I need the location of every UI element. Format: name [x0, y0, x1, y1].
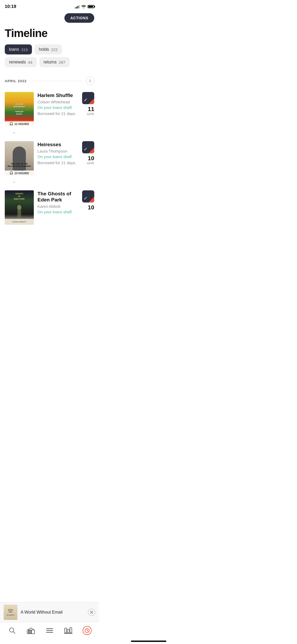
book-info-eden: The Ghosts of Eden Park Karen Abbott On … [37, 190, 78, 216]
book-action-wrap-eden: ✓ 10 [82, 190, 94, 210]
wifi-icon [81, 4, 86, 9]
check-icon: ✓ [84, 97, 88, 103]
book-item-heiresses: THE LIVES OF THEMILLION DOLLAR BABIESHEI… [0, 139, 99, 176]
book-loan-heiresses: Borrowed for 21 days. [37, 160, 78, 165]
actions-button[interactable]: ACTIONS [64, 13, 94, 23]
book-info-harlem: Harlem Shuffle Colson Whitehead On your … [37, 92, 78, 116]
battery-icon [88, 5, 94, 8]
filter-renewals-label: renewals [9, 60, 26, 65]
section-month: APRIL 2022 [5, 79, 27, 83]
filter-loans[interactable]: loans 319 [5, 44, 32, 54]
book-date-harlem: 11 APR [87, 106, 94, 116]
filter-loans-count: 319 [21, 47, 28, 52]
book-action-btn-heiresses[interactable]: ✓ [82, 141, 94, 153]
book-title-heiresses: Heiresses [37, 142, 78, 148]
page-title: Timeline [0, 26, 99, 44]
red-corner-heiresses [88, 148, 94, 153]
check-icon-3: ✓ [84, 195, 88, 201]
filter-holds-count: 222 [51, 47, 58, 52]
book-title-harlem: Harlem Shuffle [37, 93, 78, 99]
book-author-eden: Karen Abbott [37, 204, 78, 209]
check-icon-2: ✓ [84, 146, 88, 152]
status-time: 10:19 [5, 4, 16, 9]
header: ACTIONS [0, 12, 99, 26]
book-title-eden: The Ghosts of Eden Park [37, 191, 78, 203]
filter-renewals-count: 44 [28, 60, 32, 65]
expand-heiresses[interactable]: ⌄ [0, 176, 99, 188]
filter-holds-label: holds [39, 47, 49, 52]
filter-returns-label: returns [44, 60, 57, 65]
chevron-down-icon-harlem: ⌄ [12, 129, 16, 135]
book-author-harlem: Colson Whitehead [37, 100, 78, 104]
svg-point-0 [17, 205, 21, 210]
svg-rect-1 [17, 210, 21, 218]
book-action-btn-eden[interactable]: ✓ [82, 190, 94, 203]
book-date-heiresses: 10 APR [87, 155, 94, 165]
section-divider [29, 81, 82, 81]
book-cover-wrap-harlem[interactable]: COLSONWHITEHEADHARLEMShuffle 🎧 11 HOURS [5, 92, 34, 126]
book-hours-harlem: 🎧 11 HOURS [5, 121, 34, 126]
red-corner-harlem [88, 98, 94, 104]
book-status-eden: On your loans shelf. [37, 210, 78, 214]
red-corner-eden [88, 197, 94, 203]
book-action-wrap-heiresses: ✓ 10 APR [82, 141, 94, 165]
filter-returns-count: 297 [59, 60, 65, 65]
filter-returns[interactable]: returns 297 [39, 57, 70, 67]
signal-icon [75, 5, 80, 8]
status-bar: 10:19 [0, 0, 99, 12]
sort-button[interactable] [86, 77, 94, 85]
status-icons [75, 4, 94, 9]
headphones-icon: 🎧 [10, 122, 13, 126]
book-date-eden: 10 [88, 205, 94, 210]
eden-figure [14, 204, 25, 219]
book-action-wrap-harlem: ✓ 11 APR [82, 92, 94, 116]
book-cover-wrap-eden[interactable]: GHOSTSOFEDEN PARK KAREN ABBOTT [5, 190, 34, 225]
book-info-heiresses: Heiresses Laura Thompson On your loans s… [37, 141, 78, 165]
filter-holds[interactable]: holds 222 [35, 44, 62, 54]
filter-loans-label: loans [9, 47, 19, 52]
filter-chips: loans 319 holds 222 renewals 44 returns … [0, 44, 99, 69]
book-hours-heiresses: 🎧 13 HOURS [5, 171, 34, 176]
book-author-heiresses: Laura Thompson [37, 149, 78, 153]
book-loan-harlem: Borrowed for 21 days. [37, 111, 78, 116]
book-cover-wrap-heiresses[interactable]: THE LIVES OF THEMILLION DOLLAR BABIESHEI… [5, 141, 34, 176]
book-cover-eden: GHOSTSOFEDEN PARK KAREN ABBOTT [5, 190, 34, 225]
chevron-down-icon-heiresses: ⌄ [12, 178, 16, 184]
expand-harlem[interactable]: ⌄ [0, 126, 99, 139]
book-item-eden: GHOSTSOFEDEN PARK KAREN ABBOTT The Ghost… [0, 188, 99, 225]
book-action-btn-harlem[interactable]: ✓ [82, 92, 94, 104]
book-item-harlem: COLSONWHITEHEADHARLEMShuffle 🎧 11 HOURS … [0, 90, 99, 126]
filter-renewals[interactable]: renewals 44 [5, 57, 37, 67]
sort-icon [88, 79, 92, 83]
book-status-harlem: On your loans shelf. [37, 105, 78, 110]
headphones-icon-2: 🎧 [10, 171, 13, 175]
section-header: APRIL 2022 [0, 69, 99, 90]
book-status-heiresses: On your loans shelf. [37, 154, 78, 159]
